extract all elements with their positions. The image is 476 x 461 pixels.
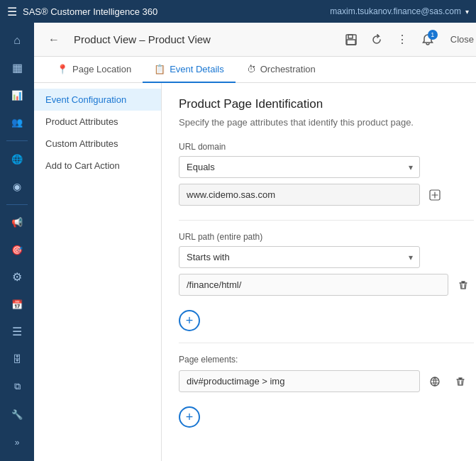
refresh-icon [370, 33, 383, 46]
page-location-icon: 📍 [57, 64, 68, 74]
refresh-button[interactable] [365, 28, 388, 51]
url-path-select[interactable]: Equals Starts with Contains [179, 246, 420, 268]
sidebar-divider-1 [6, 140, 28, 141]
svg-point-4 [431, 377, 439, 386]
url-domain-link-button[interactable] [424, 184, 445, 206]
tab-page-location-label: Page Location [72, 64, 131, 74]
tab-orchestration-label: Orchestration [260, 64, 316, 74]
sidebar-icon-list[interactable]: ☰ [4, 320, 30, 344]
sidebar-icon-expand[interactable]: » [4, 430, 30, 455]
section-desc: Specify the page attributes that identif… [179, 117, 474, 128]
sidebar-divider-2 [6, 204, 28, 205]
sidebar-icon-chart[interactable]: 📊 [4, 83, 30, 107]
notification-button-wrapper: 1 [416, 28, 439, 51]
more-button[interactable]: ⋮ [391, 28, 414, 51]
url-domain-group: URL domain Equals Contains Starts with ▾ [179, 142, 474, 206]
url-domain-label: URL domain [179, 142, 474, 152]
sidebar-icon-grid[interactable]: ▦ [4, 55, 30, 79]
tab-orchestration[interactable]: ⏱ Orchestration [236, 57, 327, 83]
secondary-toolbar: ← Product View – Product View ⋮ [34, 23, 476, 57]
sidebar-icon-database[interactable]: 🗄 [4, 347, 30, 371]
sidebar-icon-home[interactable]: ⌂ [4, 28, 30, 52]
sidebar: ⌂ ▦ 📊 👥 🌐 ◉ 📢 🎯 ⚙ 📅 ☰ 🗄 ⧉ 🔧 » [0, 23, 34, 461]
add-page-element-button[interactable]: + [179, 406, 200, 428]
save-icon [345, 33, 358, 46]
url-path-label: URL path (entire path) [179, 232, 474, 242]
add-url-path-button[interactable]: + [179, 310, 200, 331]
notification-badge: 1 [428, 30, 438, 40]
globe-icon [429, 376, 441, 387]
topbar: ☰ SAS® Customer Intelligence 360 maxim.t… [0, 0, 476, 23]
back-button[interactable]: ← [43, 28, 65, 51]
sidebar-icon-users[interactable]: 👥 [4, 110, 30, 134]
left-nav: Event Configuration Product Attributes C… [34, 83, 162, 461]
sidebar-icon-layers[interactable]: ⧉ [4, 374, 30, 399]
page-elements-label: Page elements: [179, 355, 474, 365]
nav-item-event-config[interactable]: Event Configuration [34, 89, 161, 111]
page-elements-input[interactable] [179, 370, 420, 392]
url-path-input-row [179, 274, 474, 296]
sidebar-icon-segments[interactable]: ◉ [4, 174, 30, 198]
nav-item-product-attributes[interactable]: Product Attributes [34, 111, 161, 133]
page-elements-group: Page elements: [179, 355, 474, 392]
link-icon [429, 189, 441, 201]
url-path-select-wrapper: Equals Starts with Contains ▾ [179, 246, 420, 268]
nav-item-add-to-cart[interactable]: Add to Cart Action [34, 155, 161, 177]
section-divider-2 [179, 343, 474, 343]
page-elements-delete-button[interactable] [450, 371, 471, 392]
page-elements-delete-icon [455, 376, 466, 387]
tab-page-location[interactable]: 📍 Page Location [45, 57, 143, 83]
sidebar-icon-web[interactable]: 🌐 [4, 147, 30, 171]
url-domain-input[interactable] [179, 184, 420, 206]
orchestration-icon: ⏱ [247, 64, 256, 74]
close-button[interactable]: Close [442, 30, 476, 49]
url-domain-select-wrapper: Equals Contains Starts with ▾ [179, 156, 420, 178]
sidebar-icon-settings[interactable]: ⚙ [4, 265, 30, 289]
event-details-icon: 📋 [154, 64, 165, 74]
url-domain-select[interactable]: Equals Contains Starts with [179, 156, 420, 178]
section-divider [179, 220, 474, 221]
url-path-input[interactable] [179, 274, 448, 296]
user-email[interactable]: maxim.tsukanov.finance@sas.com [330, 6, 461, 16]
app-title: SAS® Customer Intelligence 360 [23, 6, 157, 17]
sidebar-icon-campaign[interactable]: 📢 [4, 211, 30, 235]
page-elements-globe-button[interactable] [424, 371, 445, 392]
sidebar-icon-target[interactable]: 🎯 [4, 238, 30, 262]
svg-rect-2 [347, 40, 355, 45]
nav-item-custom-attributes[interactable]: Custom Attributes [34, 133, 161, 155]
svg-rect-1 [348, 35, 353, 38]
url-path-delete-button[interactable] [453, 274, 474, 296]
user-menu-chevron[interactable]: ▾ [465, 8, 469, 16]
delete-icon [458, 279, 469, 291]
right-content: Product Page Identification Specify the … [162, 83, 476, 461]
tab-event-details-label: Event Details [170, 64, 224, 74]
page-elements-row [179, 370, 474, 392]
tab-bar: 📍 Page Location 📋 Event Details ⏱ Orches… [34, 57, 476, 83]
tab-event-details[interactable]: 📋 Event Details [143, 57, 236, 83]
sidebar-icon-wrench[interactable]: 🔧 [4, 401, 30, 427]
page-title: Product View – Product View [71, 33, 334, 45]
url-domain-input-row [179, 184, 474, 206]
save-button[interactable] [340, 28, 362, 51]
section-title: Product Page Identification [179, 97, 474, 111]
menu-icon[interactable]: ☰ [7, 5, 17, 18]
url-path-group: URL path (entire path) Equals Starts wit… [179, 232, 474, 296]
sidebar-icon-calendar[interactable]: 📅 [4, 292, 30, 316]
